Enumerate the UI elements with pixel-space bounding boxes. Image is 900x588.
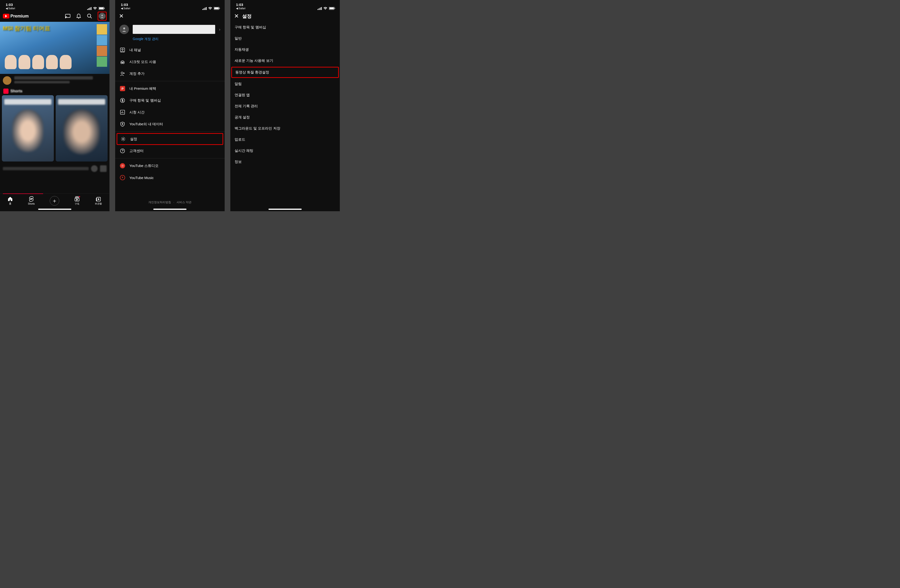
- settings-item-알림[interactable]: 알림: [230, 78, 340, 90]
- menu-item-고객센터[interactable]: 고객센터: [115, 145, 225, 157]
- tos-link[interactable]: 서비스 약관: [177, 201, 191, 204]
- shorts-icon: [3, 88, 9, 94]
- youtube-premium-logo[interactable]: Premium: [3, 14, 29, 19]
- settings-item-새로운 기능 사용해 보기[interactable]: 새로운 기능 사용해 보기: [230, 55, 340, 66]
- account-row[interactable]: ›: [115, 22, 225, 37]
- wifi-icon: [323, 7, 327, 10]
- svg-point-22: [122, 49, 123, 50]
- profile-avatar-button[interactable]: [99, 13, 106, 19]
- settings-item-백그라운드 및 오프라인 저장[interactable]: 백그라운드 및 오프라인 저장: [230, 123, 340, 134]
- svg-rect-3: [91, 7, 92, 10]
- menu-item-내 Premium 혜택[interactable]: P내 Premium 혜택: [115, 83, 225, 94]
- gear-icon: [121, 136, 126, 142]
- status-time: 1:03: [236, 3, 245, 7]
- menu-item-label: 고객센터: [129, 149, 144, 153]
- status-indicators: [202, 7, 220, 10]
- menu-item-YouTube의 내 데이터[interactable]: YouTube의 내 데이터: [115, 118, 225, 130]
- menu-item-label: 내 채널: [129, 48, 141, 52]
- status-indicators: [87, 7, 105, 10]
- settings-item-전체 기록 관리[interactable]: 전체 기록 관리: [230, 101, 340, 112]
- settings-item-업로드[interactable]: 업로드: [230, 134, 340, 145]
- settings-item-자동재생[interactable]: 자동재생: [230, 44, 340, 55]
- help-icon: [120, 148, 125, 153]
- menu-item-label: 내 Premium 혜택: [129, 87, 156, 91]
- home-indicator[interactable]: [38, 209, 71, 210]
- back-to-safari[interactable]: ◀ Safari: [121, 7, 130, 10]
- nav-library[interactable]: 보관함: [95, 197, 102, 205]
- video-thumbnail-blurred[interactable]: MSI 참기팀 티어표: [0, 22, 110, 74]
- battery-icon: [99, 7, 105, 10]
- account-avatar: [119, 25, 129, 34]
- notifications-icon[interactable]: [76, 13, 82, 19]
- status-indicators: [318, 7, 335, 10]
- close-icon[interactable]: ✕: [119, 13, 124, 19]
- youtube-header: Premium: [0, 11, 110, 22]
- svg-point-25: [121, 72, 123, 74]
- progress-underline: [3, 193, 43, 194]
- menu-group-c: 설정고객센터: [115, 133, 225, 157]
- short-card-2[interactable]: [56, 95, 107, 161]
- menu-item-YouTube 스튜디오[interactable]: YouTube 스튜디오: [115, 160, 225, 172]
- settings-item-구매 항목 및 멤버십[interactable]: 구매 항목 및 멤버십: [230, 22, 340, 33]
- nav-create[interactable]: ＋: [50, 196, 59, 206]
- menu-item-설정[interactable]: 설정: [116, 133, 223, 145]
- svg-rect-5: [99, 7, 104, 9]
- svg-rect-33: [318, 9, 318, 10]
- music-icon: [120, 175, 125, 180]
- home-indicator[interactable]: [268, 209, 302, 210]
- nav-shorts[interactable]: Shorts: [28, 197, 35, 205]
- settings-item-정보[interactable]: 정보: [230, 156, 340, 167]
- studio-icon: [120, 163, 125, 169]
- svg-point-23: [121, 62, 122, 64]
- settings-item-연결된 앱[interactable]: 연결된 앱: [230, 90, 340, 101]
- nav-home[interactable]: 홈: [8, 197, 13, 205]
- video-metadata-blurred[interactable]: [0, 74, 110, 87]
- channel-avatar[interactable]: [3, 76, 11, 85]
- menu-item-구매 항목 및 멤버십[interactable]: 구매 항목 및 멤버십: [115, 94, 225, 106]
- privacy-link[interactable]: 개인정보처리방침: [148, 201, 171, 204]
- status-bar: 1:03 ◀ Safari: [115, 0, 225, 11]
- short-card-1[interactable]: [2, 95, 54, 161]
- bottom-blurred-row: [0, 161, 110, 176]
- menu-item-label: YouTube 스튜디오: [129, 164, 158, 168]
- menu-group-d: YouTube 스튜디오YouTube Music: [115, 160, 225, 184]
- screen-account-menu: 1:03 ◀ Safari ✕ › Google 계정 관리 내 채널시크릿 모…: [115, 0, 225, 211]
- settings-item-일반[interactable]: 일반: [230, 33, 340, 44]
- youtube-play-icon: [3, 14, 9, 19]
- menu-header: ✕: [115, 11, 225, 22]
- settings-item-공개 설정[interactable]: 공개 설정: [230, 112, 340, 123]
- status-time: 1:03: [121, 3, 130, 7]
- menu-item-label: 시크릿 모드 사용: [129, 60, 156, 64]
- nav-subscriptions[interactable]: 구독: [74, 196, 80, 206]
- back-to-safari[interactable]: ◀ Safari: [6, 7, 15, 10]
- signal-icon: [318, 7, 322, 10]
- menu-item-시크릿 모드 사용[interactable]: 시크릿 모드 사용: [115, 56, 225, 68]
- settings-item-동영상 화질 환경설정[interactable]: 동영상 화질 환경설정: [231, 67, 339, 78]
- svg-point-32: [121, 165, 124, 167]
- svg-point-20: [123, 28, 125, 29]
- menu-item-YouTube Music[interactable]: YouTube Music: [115, 172, 225, 184]
- svg-point-8: [65, 18, 66, 18]
- search-icon[interactable]: [87, 13, 92, 19]
- menu-item-계정 추가[interactable]: 계정 추가: [115, 68, 225, 80]
- svg-point-29: [123, 138, 124, 140]
- back-to-safari[interactable]: ◀ Safari: [236, 7, 245, 10]
- svg-rect-38: [329, 7, 334, 9]
- battery-icon: [214, 7, 220, 10]
- svg-rect-7: [65, 14, 70, 17]
- menu-item-시청 시간[interactable]: 시청 시간: [115, 106, 225, 118]
- menu-item-내 채널[interactable]: 내 채널: [115, 44, 225, 56]
- svg-point-9: [87, 14, 91, 17]
- home-indicator[interactable]: [153, 209, 186, 210]
- cast-icon[interactable]: [65, 13, 71, 19]
- svg-rect-18: [214, 7, 219, 9]
- settings-item-실시간 채팅[interactable]: 실시간 채팅: [230, 145, 340, 156]
- signal-icon: [202, 7, 206, 10]
- svg-rect-21: [120, 48, 125, 52]
- manage-google-account-link[interactable]: Google 계정 관리: [115, 37, 225, 44]
- close-icon[interactable]: ✕: [234, 13, 239, 19]
- account-name-redacted: [133, 25, 215, 34]
- svg-point-10: [101, 15, 103, 16]
- profile-highlight: [98, 12, 107, 21]
- settings-list: 구매 항목 및 멤버십일반자동재생새로운 기능 사용해 보기동영상 화질 환경설…: [230, 22, 340, 167]
